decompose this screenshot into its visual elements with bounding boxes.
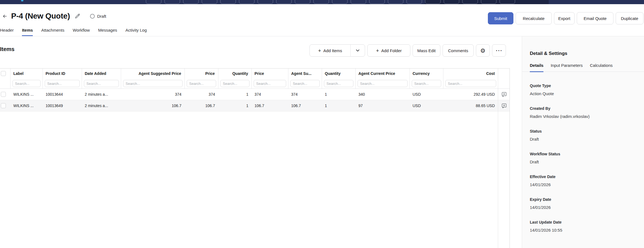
add-items-button[interactable]: + Add Items bbox=[310, 45, 350, 56]
col-header-product-id[interactable]: Product ID bbox=[43, 69, 82, 79]
logo-mark bbox=[21, 0, 23, 1]
col-header-price-2[interactable]: Price bbox=[252, 69, 288, 79]
cell-label: WILKINS ... bbox=[11, 100, 43, 111]
more-options-button[interactable]: ⋯ bbox=[492, 44, 506, 57]
col-header-quantity-2[interactable]: Quantity bbox=[322, 69, 356, 79]
field-label: Last Update Date bbox=[530, 220, 644, 224]
comments-button[interactable]: Comments bbox=[443, 44, 474, 57]
search-input-price[interactable] bbox=[187, 80, 216, 87]
col-header-agent-su[interactable]: Agent Su... bbox=[288, 69, 322, 79]
table-row[interactable]: WILKINS ... 10013644 2 minutes a... 374 … bbox=[0, 89, 510, 100]
items-heading: Items bbox=[0, 46, 14, 52]
cell-agent-current-price: 340 bbox=[356, 89, 410, 100]
col-header-quantity[interactable]: Quantity bbox=[218, 69, 252, 79]
col-header-currency[interactable]: Currency bbox=[410, 69, 443, 79]
col-header-label[interactable]: Label bbox=[11, 69, 43, 79]
email-quote-button[interactable]: Email Quote bbox=[577, 12, 613, 24]
pencil-icon[interactable] bbox=[74, 13, 81, 19]
row-checkbox[interactable] bbox=[1, 103, 6, 108]
submit-button[interactable]: Submit bbox=[488, 12, 513, 24]
add-items-split-button: + Add Items bbox=[309, 44, 365, 57]
field-status: Status Draft bbox=[530, 129, 644, 141]
tab-header[interactable]: Header bbox=[0, 28, 14, 36]
comment-add-icon bbox=[501, 103, 507, 109]
row-checkbox[interactable] bbox=[1, 92, 6, 97]
cell-cost: 88.65 USD bbox=[443, 100, 498, 111]
search-input-agent-current-price[interactable] bbox=[358, 80, 408, 87]
search-cell-empty bbox=[0, 79, 11, 88]
field-label: Expiry Date bbox=[530, 197, 644, 202]
search-input-label[interactable] bbox=[13, 80, 41, 87]
row-comment-button[interactable] bbox=[498, 100, 510, 111]
search-input-cost[interactable] bbox=[445, 80, 496, 87]
col-header-cost[interactable]: Cost bbox=[443, 69, 498, 79]
field-effective-date: Effective Date 14/01/2026 bbox=[530, 174, 644, 187]
quote-tabs: Header Items Attachments Workflow Messag… bbox=[0, 28, 147, 36]
mass-edit-button[interactable]: Mass Edit bbox=[413, 44, 440, 57]
cell-product-id: 10013649 bbox=[43, 100, 82, 111]
tab-items[interactable]: Items bbox=[22, 28, 33, 36]
select-all-cell bbox=[0, 69, 11, 79]
field-value: Action Quote bbox=[530, 91, 644, 96]
col-header-actions bbox=[498, 69, 510, 79]
search-input-agent-su[interactable] bbox=[290, 80, 320, 87]
comment-add-icon bbox=[501, 92, 507, 97]
col-header-date-added[interactable]: Date Added bbox=[82, 69, 121, 79]
search-input-date-added[interactable] bbox=[84, 80, 119, 87]
cell-price-2: 374 bbox=[252, 89, 288, 100]
panel-tabs: Details Input Parameters Calculations bbox=[530, 63, 644, 72]
back-arrow-icon[interactable] bbox=[2, 13, 8, 19]
cell-agent-su: 106.7 bbox=[288, 100, 322, 111]
recalculate-button[interactable]: Recalculate bbox=[516, 12, 552, 24]
field-label: Quote Type bbox=[530, 83, 644, 88]
tab-attachments[interactable]: Attachments bbox=[41, 28, 64, 36]
detail-settings-panel: Detail & Settings Details Input Paramete… bbox=[522, 36, 644, 248]
plus-icon: + bbox=[318, 48, 321, 53]
select-all-checkbox[interactable] bbox=[1, 71, 6, 76]
search-input-product-id[interactable] bbox=[45, 80, 80, 87]
field-value: 14/01/2026 bbox=[530, 182, 644, 187]
status-circle-icon bbox=[90, 14, 95, 19]
col-header-price[interactable]: Price bbox=[185, 69, 218, 79]
cell-price-2: 106.7 bbox=[252, 100, 288, 111]
browser-tab-shapes bbox=[146, 0, 518, 4]
cell-price: 374 bbox=[185, 89, 218, 100]
status-badge: Draft bbox=[90, 14, 106, 19]
field-label: Effective Date bbox=[530, 174, 644, 179]
add-items-dropdown-button[interactable] bbox=[350, 45, 365, 56]
search-input-quantity[interactable] bbox=[220, 80, 249, 87]
panel-title: Detail & Settings bbox=[530, 51, 644, 56]
col-header-agent-current-price[interactable]: Agent Current Price bbox=[356, 69, 410, 79]
page-title: P-4 (New Quote) bbox=[11, 12, 70, 21]
table-settings-button[interactable]: ⚙ bbox=[476, 44, 490, 57]
panel-tab-input-parameters[interactable]: Input Parameters bbox=[551, 63, 583, 72]
cell-date-added: 2 minutes a... bbox=[82, 100, 121, 111]
status-label: Draft bbox=[97, 14, 106, 19]
field-label: Status bbox=[530, 129, 644, 133]
tab-messages[interactable]: Messages bbox=[98, 28, 117, 36]
search-input-currency[interactable] bbox=[412, 80, 441, 87]
cell-quantity: 1 bbox=[218, 100, 252, 111]
cell-cost: 292.49 USD bbox=[443, 89, 498, 100]
add-folder-label: Add Folder bbox=[381, 48, 401, 53]
row-comment-button[interactable] bbox=[498, 89, 510, 100]
export-button[interactable]: Export bbox=[554, 12, 575, 24]
col-header-agent-suggested-price[interactable]: Agent Suggested Price bbox=[121, 69, 185, 79]
table-row[interactable]: WILKINS ... 10013649 2 minutes a... 106.… bbox=[0, 100, 510, 112]
field-value: Draft bbox=[530, 137, 644, 141]
panel-tab-details[interactable]: Details bbox=[530, 63, 543, 72]
cell-agent-suggested-price: 374 bbox=[121, 89, 185, 100]
panel-tab-calculations[interactable]: Calculations bbox=[590, 63, 613, 72]
field-last-update-date: Last Update Date 14/01/2026 10:55 bbox=[530, 220, 644, 232]
search-input-quantity-2[interactable] bbox=[324, 80, 353, 87]
search-input-agent-suggested-price[interactable] bbox=[123, 80, 183, 87]
add-items-label: Add Items bbox=[323, 48, 342, 53]
search-input-price-2[interactable] bbox=[254, 80, 286, 87]
table-search-row bbox=[0, 79, 510, 89]
cell-price: 106.7 bbox=[185, 100, 218, 111]
duplicate-button[interactable]: Duplicate bbox=[616, 12, 643, 24]
items-table: Label Product ID Date Added Agent Sugges… bbox=[0, 68, 510, 248]
add-folder-button[interactable]: + Add Folder bbox=[367, 44, 410, 57]
tab-activity-log[interactable]: Activity Log bbox=[126, 28, 147, 36]
tab-workflow[interactable]: Workflow bbox=[73, 28, 90, 36]
